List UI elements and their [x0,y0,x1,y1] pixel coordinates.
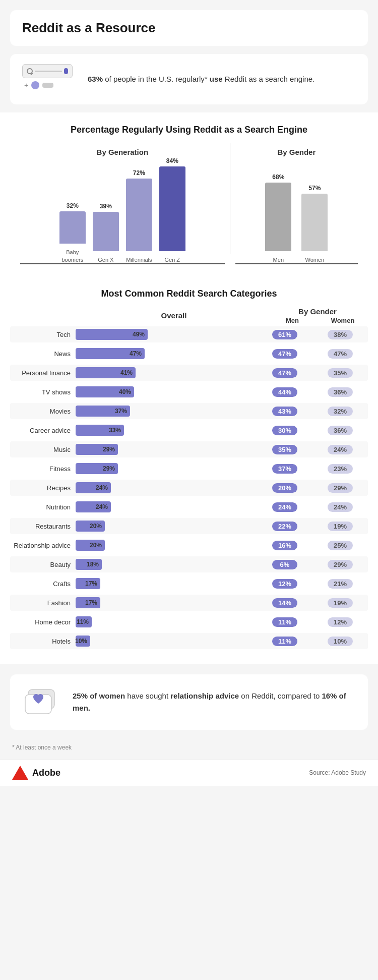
callout-bold2: relationship advice [170,691,239,700]
horiz-bar: 10% [76,636,90,647]
men-badge: 20% [272,483,297,493]
cat-label: Restaurants [10,523,76,530]
bar-container: 41% [76,367,257,378]
horiz-bar: 29% [76,444,118,455]
gender-group: By Gender 68% Men 57% Women [235,148,358,264]
women-badge: 36% [328,387,353,397]
bar-container: 37% [76,406,257,417]
men-badge: 43% [272,407,297,416]
horiz-bar: 47% [76,348,145,359]
horiz-bar: 17% [76,597,100,608]
gender-cols: 11% 12% [257,617,368,627]
search-stat-text: 63% of people in the U.S. regularly* use… [88,74,314,85]
bar-pct: 11% [77,618,89,625]
gender-cols: 30% 36% [257,426,368,435]
bar-rect-2 [126,179,152,251]
bar-pct: 24% [96,484,108,491]
cat-label: Beauty [10,561,76,568]
bar-pct: 17% [85,599,97,606]
search-bar-line [35,71,62,72]
gender-cols: 24% 24% [257,502,368,512]
bar-pct: 29% [103,465,115,472]
bar-men: 68% Men [265,174,291,263]
men-badge: 47% [272,349,297,359]
women-badge: 24% [328,445,353,454]
table-row: Movies 37% 43% 32% [10,403,368,419]
horiz-bar: 49% [76,329,148,340]
horiz-bar: 33% [76,425,124,436]
bar-women: 57% Women [301,185,328,263]
table-title: Most Common Reddit Search Categories [10,289,368,299]
chat-icon-wrapper [22,684,62,720]
horiz-bar: 17% [76,578,100,589]
search-bar-mock [22,64,73,78]
gender-bars: 68% Men 57% Women [265,162,328,263]
bar-pct: 24% [96,503,108,510]
bar-chart-title: Percentage Regularly Using Reddit as a S… [15,125,363,135]
dot-active [31,81,39,89]
bar-pct: 20% [90,542,102,549]
men-badge: 35% [272,445,297,454]
bar-container: 18% [76,559,257,570]
cat-label: Nutrition [10,503,76,511]
women-badge: 21% [328,579,353,589]
bar-val-2: 72% [133,169,145,177]
table-header: Overall By Gender Men Women [10,307,368,324]
mic-icon [64,68,68,74]
bar-rect-women [301,194,328,251]
men-badge: 11% [272,617,297,627]
table-row: Music 29% 35% 24% [10,441,368,457]
cat-label: TV shows [10,388,76,396]
page-title: Reddit as a Resource [22,20,356,36]
stat-use: use [210,75,223,83]
table-row: Recipes 24% 20% 29% [10,480,368,496]
horiz-bar: 11% [76,616,92,627]
table-section: Most Common Reddit Search Categories Ove… [0,276,378,664]
bar-container: 20% [76,521,257,532]
bar-rect-men [265,183,291,251]
gender-cols: 61% 38% [257,330,368,339]
women-badge: 35% [328,368,353,378]
gender-cols: 12% 21% [257,579,368,589]
generation-group-title: By Generation [97,148,149,156]
gender-cols: 47% 35% [257,368,368,378]
bar-container: 17% [76,578,257,589]
overall-header: Overall [161,311,187,320]
horiz-bar: 24% [76,501,111,512]
bar-container: 17% [76,597,257,608]
generation-bars: 32% Babyboomers 39% Gen X 72% Mille [59,162,185,263]
cat-label: Movies [10,408,76,415]
women-badge: 12% [328,617,353,627]
bar-pct: 17% [85,580,97,587]
women-badge: 32% [328,407,353,416]
bar-container: 11% [76,616,257,627]
bar-val-men: 68% [272,174,284,181]
women-badge: 19% [328,522,353,531]
source-text: Source: Adobe Study [309,769,366,776]
gender-cols: 44% 36% [257,387,368,397]
horiz-bar: 37% [76,406,130,417]
footer-callout: 25% of women have sought relationship ad… [10,674,368,730]
bar-millennials: 72% Millennials [126,169,152,263]
women-col-header: Women [323,317,363,324]
horiz-bar: 29% [76,463,118,474]
men-badge: 47% [272,368,297,378]
bar-pct: 20% [90,523,102,530]
bar-label-men: Men [273,256,284,263]
gender-sub-headers: Men Women [267,317,368,324]
chart-divider [230,143,230,254]
men-badge: 22% [272,522,297,531]
horiz-bar: 20% [76,540,105,551]
men-badge: 37% [272,464,297,474]
bar-label-0: Babyboomers [61,249,83,263]
bar-label-2: Millennials [126,256,152,263]
table-row: Relationship advice 20% 16% 25% [10,537,368,553]
women-badge: 38% [328,330,353,339]
bar-pct: 49% [133,331,145,338]
adobe-brand-name: Adobe [32,768,60,778]
gender-cols: 47% 47% [257,349,368,359]
footnote: * At least once a week [0,740,378,755]
women-badge: 29% [328,560,353,569]
horiz-bar: 18% [76,559,102,570]
callout-bold1: 25% of women [73,691,125,700]
